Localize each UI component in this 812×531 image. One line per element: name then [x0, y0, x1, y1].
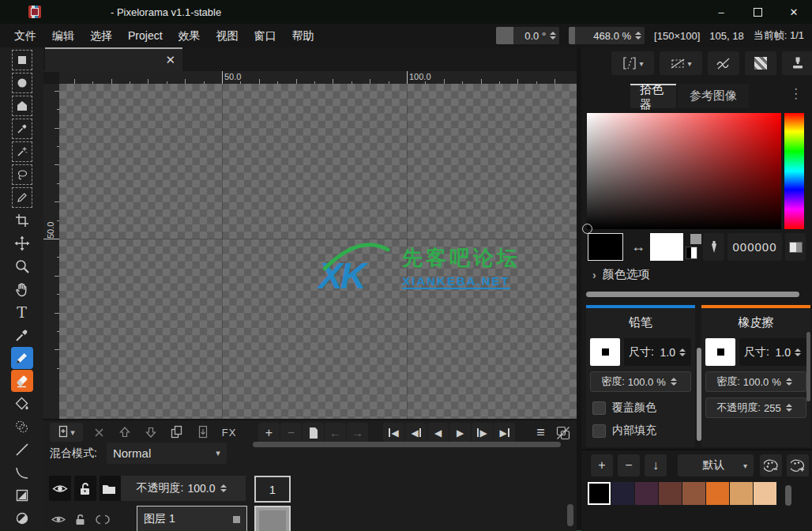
new-palette-button[interactable]	[787, 454, 809, 476]
tool-curve[interactable]	[11, 461, 33, 484]
vertical-mirror-button[interactable]: ▾	[660, 51, 702, 75]
tool-ellipse[interactable]	[11, 507, 33, 529]
zoom-spinbox[interactable]: 468.0 %	[569, 27, 645, 44]
tool-line[interactable]	[11, 439, 33, 461]
pencil-size-arrows[interactable]	[678, 348, 689, 356]
menu-编辑[interactable]: 编辑	[44, 24, 82, 47]
menu-帮助[interactable]: 帮助	[284, 24, 322, 47]
palette-swatch-6[interactable]	[730, 482, 753, 505]
tab-close-icon[interactable]: ✕	[165, 53, 175, 67]
layer-cel-link-button[interactable]	[100, 476, 122, 501]
palette-swatch-7[interactable]	[754, 482, 776, 505]
menu-窗口[interactable]: 窗口	[246, 24, 284, 47]
tool-text[interactable]: T	[11, 301, 33, 323]
layer-fx-button[interactable]: FX	[219, 423, 239, 442]
rotation-spin-arrows[interactable]	[548, 32, 559, 40]
maximize-button[interactable]	[739, 0, 776, 24]
tool-magic-wand[interactable]	[11, 141, 33, 163]
tool-rectangle-select[interactable]	[11, 49, 33, 71]
palette-swatch-1[interactable]	[611, 482, 634, 505]
clone-layer-button[interactable]	[167, 423, 187, 442]
timeline-vscrollbar[interactable]	[567, 504, 573, 526]
palette-swatch-4[interactable]	[682, 482, 705, 505]
minimize-button[interactable]: –	[703, 0, 739, 24]
layer-name-field[interactable]: 图层 1	[137, 506, 247, 531]
first-frame-button[interactable]: ◀	[383, 423, 404, 442]
play-forward-button[interactable]: ▶	[449, 423, 471, 442]
move-layer-down-button[interactable]	[141, 423, 161, 442]
pencil-density-spinbox[interactable]: 密度: 100.0 %	[590, 371, 691, 392]
remove-color-button[interactable]: −	[618, 454, 640, 476]
alpha-lock-button[interactable]	[745, 51, 776, 75]
layer-visibility-button[interactable]	[49, 476, 71, 501]
close-button[interactable]: ✕	[776, 0, 812, 24]
zoom-spin-arrows[interactable]	[633, 32, 645, 40]
tab-color-picker[interactable]: 拾色器	[630, 84, 676, 108]
blend-mode-dropdown[interactable]: Normal ▾	[107, 442, 227, 464]
move-layer-up-button[interactable]	[115, 423, 135, 442]
pencil-density-arrows[interactable]	[669, 378, 680, 386]
hue-slider[interactable]	[784, 113, 804, 229]
eraser-brush-button[interactable]	[705, 338, 735, 366]
tool-color-picker[interactable]	[11, 324, 33, 346]
eraser-opacity-spinbox[interactable]: 不透明度: 255	[705, 397, 806, 418]
merge-layer-button[interactable]	[193, 423, 213, 442]
canvas-viewport[interactable]: XK 先客吧论坛 XIANKEBA.NET	[59, 84, 577, 419]
tool-polygon-select[interactable]	[11, 95, 33, 117]
palette-swatch-3[interactable]	[659, 482, 682, 505]
pencil-size-spinbox[interactable]: 尺寸: 1.0	[624, 338, 691, 366]
play-backwards-button[interactable]: ◀	[427, 423, 449, 442]
tool-paint-select[interactable]	[11, 186, 33, 209]
menu-视图[interactable]: 视图	[209, 24, 246, 47]
palette-scrollbar[interactable]	[785, 485, 791, 506]
right-color-swatch[interactable]	[650, 233, 683, 261]
layer1-lock-button[interactable]	[71, 509, 90, 529]
add-frame-button[interactable]: +	[258, 423, 280, 442]
rotation-spinbox[interactable]: 0.0 °	[496, 27, 559, 44]
dynamics-button[interactable]	[782, 51, 812, 75]
tool-move[interactable]	[11, 232, 33, 254]
clone-frame-button[interactable]	[303, 423, 324, 442]
cel-thumbnail[interactable]	[254, 506, 291, 531]
previous-frame-button[interactable]: ◀	[405, 423, 427, 442]
tool-ellipse-select[interactable]	[11, 72, 33, 94]
hex-color-field[interactable]: 000000	[727, 233, 782, 261]
palette-select-dropdown[interactable]: 默认 ▾	[678, 454, 754, 476]
rotation-slider[interactable]	[496, 27, 513, 44]
sort-palette-button[interactable]: ↓	[645, 454, 667, 476]
zoom-slider[interactable]	[569, 27, 575, 44]
layer-properties-icon[interactable]	[233, 516, 240, 523]
add-layer-button[interactable]: ▾	[50, 423, 83, 442]
eraser-size-arrows[interactable]	[793, 348, 804, 356]
color-panel-hscrollbar[interactable]	[586, 292, 799, 297]
menu-选择[interactable]: 选择	[82, 24, 120, 47]
swap-colors-button[interactable]: ↔	[629, 235, 648, 258]
last-frame-button[interactable]: ▶	[494, 423, 515, 442]
tab-reference-images[interactable]: 参考图像	[678, 84, 749, 108]
layer-lock-button[interactable]	[74, 476, 96, 501]
move-frame-left-button[interactable]: ←	[325, 423, 346, 442]
fill-inside-checkbox[interactable]	[592, 424, 606, 438]
tool-rectangle[interactable]	[11, 484, 33, 507]
tool-eraser[interactable]	[11, 370, 33, 392]
menu-文件[interactable]: 文件	[6, 24, 44, 47]
onion-skinning-button[interactable]	[552, 423, 573, 442]
default-colors-button[interactable]	[686, 233, 701, 261]
saturation-value-picker[interactable]	[587, 113, 781, 229]
add-color-button[interactable]: +	[591, 454, 613, 476]
tool-pan[interactable]	[11, 278, 33, 300]
frame-header-1[interactable]: 1	[254, 476, 291, 503]
eraser-opacity-arrows[interactable]	[784, 404, 795, 412]
project-tab[interactable]: ✕	[45, 47, 182, 71]
tool-lasso[interactable]	[11, 164, 33, 186]
vertical-ruler[interactable]: 50.0	[43, 84, 59, 419]
layer-opacity-spinbox[interactable]: 不透明度: 100.0	[121, 476, 246, 501]
horizontal-mirror-button[interactable]: ▾	[611, 51, 654, 75]
edit-palette-button[interactable]	[760, 454, 782, 476]
pencil-brush-button[interactable]	[590, 338, 620, 366]
delete-layer-button[interactable]	[88, 423, 109, 442]
color-mode-button[interactable]	[785, 233, 806, 261]
tool-color-select[interactable]	[11, 118, 33, 140]
timeline-hscrollbar[interactable]	[253, 442, 561, 447]
palette-swatch-0[interactable]	[588, 482, 611, 505]
